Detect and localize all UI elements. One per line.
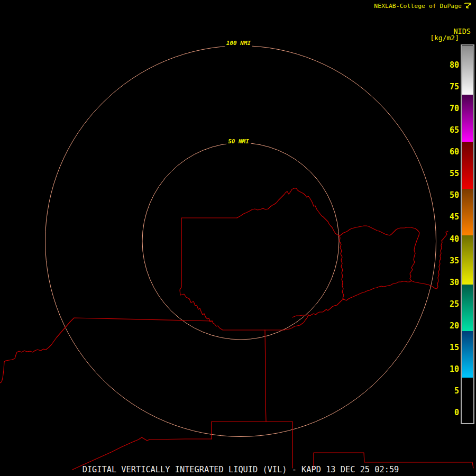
colorbar-tick: 0: [454, 408, 459, 417]
colorbar-tick: 15: [450, 343, 459, 352]
page-title: NEXLAB-College of DuPage: [374, 3, 462, 10]
boundary-line: [340, 236, 344, 299]
colorbar-tick: 70: [450, 104, 459, 113]
colorbar-tick: 50: [450, 190, 459, 200]
colorbar-tick: 40: [450, 234, 459, 244]
colorbar-tick: 65: [450, 125, 459, 135]
boundary-line: [292, 315, 308, 317]
header: NEXLAB-College of DuPage: [374, 2, 473, 10]
boundary-line: [265, 330, 266, 422]
boundary-line: [237, 188, 419, 281]
colorbar-tick: 10: [450, 364, 459, 374]
range-label-50nmi: 50 NMI: [226, 138, 251, 145]
dupage-logo-icon: [463, 2, 473, 10]
boundary-line: [212, 422, 292, 468]
colorbar-tick: 55: [450, 169, 459, 178]
colorbar-tick: 80: [450, 60, 459, 70]
range-ring-50nmi: [142, 143, 339, 340]
range-label-100nmi: 100 NMI: [225, 39, 252, 47]
range-ring-100nmi: [45, 46, 436, 437]
boundary-line: [0, 318, 213, 383]
colorbar: [461, 44, 474, 424]
radar-map-canvas: [0, 0, 476, 476]
colorbar-tick: 5: [454, 386, 459, 396]
boundary-line: [180, 218, 448, 330]
colorbar-tick: 45: [450, 212, 459, 222]
units-label: [kg/m2]: [430, 34, 459, 42]
colorbar-tick: 25: [450, 299, 459, 309]
colorbar-tick: 60: [450, 147, 459, 157]
colorbar-tick: 75: [450, 82, 459, 91]
colorbar-tick: 20: [450, 321, 459, 331]
colorbar-gradient: [462, 46, 473, 423]
range-rings: [45, 46, 436, 437]
radar-display: 100 NMI 50 NMI NEXLAB-College of DuPage …: [0, 0, 476, 476]
status-text: DIGITAL VERTICALLY INTEGRATED LIQUID (VI…: [0, 465, 476, 474]
colorbar-tick: 30: [450, 278, 459, 287]
county-boundaries: [0, 188, 473, 470]
colorbar-tick: 35: [450, 256, 459, 266]
